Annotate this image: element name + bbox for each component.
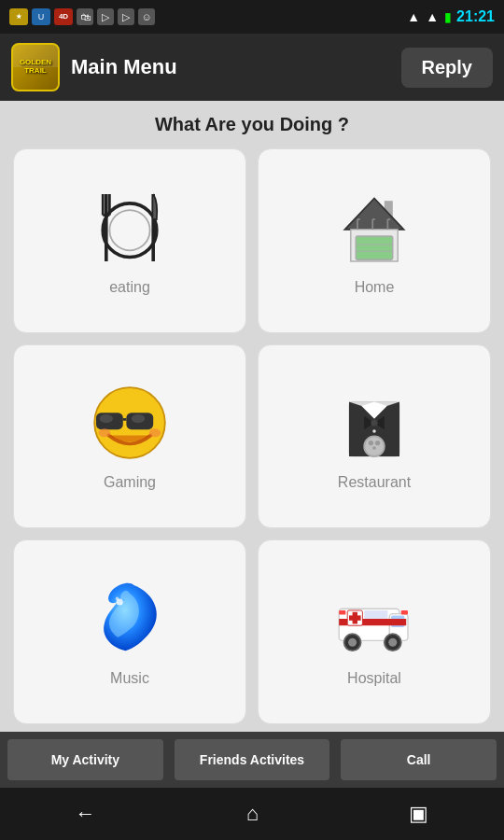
music-icon	[88, 577, 172, 661]
svg-rect-52	[339, 610, 345, 615]
svg-rect-11	[356, 236, 393, 259]
back-button[interactable]: ←	[57, 794, 115, 833]
svg-rect-46	[349, 616, 361, 621]
svg-point-36	[375, 441, 380, 445]
status-app-icon-3: 4D	[54, 8, 73, 25]
activity-card-hospital[interactable]: Hospital	[258, 539, 491, 724]
status-app-icon-5: ▷	[97, 8, 114, 25]
svg-point-32	[372, 430, 376, 434]
app-logo: GOLDENTRAIL	[11, 43, 60, 91]
svg-point-26	[99, 429, 111, 438]
restaurant-label: Restaurant	[338, 474, 411, 491]
question-title: What Are you Doing ?	[13, 114, 491, 135]
home-button[interactable]: ⌂	[228, 794, 277, 833]
reply-button[interactable]: Reply	[401, 48, 493, 88]
call-tab[interactable]: Call	[339, 737, 498, 782]
restaurant-icon	[332, 381, 416, 465]
svg-rect-47	[364, 610, 387, 619]
status-bar-right: ▲ ▲ ▮ 21:21	[407, 8, 495, 25]
status-app-icon-1: ★	[9, 8, 28, 25]
gaming-icon	[88, 381, 172, 465]
svg-point-24	[100, 414, 113, 423]
time-display: 21:21	[456, 8, 495, 25]
recents-button[interactable]: ▣	[390, 794, 447, 833]
eating-icon	[88, 186, 172, 270]
logo-text: GOLDENTRAIL	[20, 59, 51, 76]
svg-marker-9	[345, 198, 404, 229]
activity-card-gaming[interactable]: Gaming	[13, 344, 246, 529]
app-title: Main Menu	[71, 55, 390, 79]
hospital-icon	[332, 577, 416, 661]
activity-card-restaurant[interactable]: Restaurant	[258, 344, 491, 529]
my-activity-tab[interactable]: My Activity	[6, 737, 165, 782]
svg-point-51	[388, 638, 397, 647]
header: GOLDENTRAIL Main Menu Reply	[0, 34, 504, 101]
friends-activities-tab[interactable]: Friends Activites	[173, 737, 332, 782]
status-bar: ★ U 4D 🛍 ▷ ▷ ☺ ▲ ▲ ▮ 21:21	[0, 0, 504, 34]
battery-icon: ▮	[444, 10, 451, 24]
activity-grid: eating	[13, 148, 491, 724]
svg-point-27	[149, 429, 161, 438]
activity-card-eating[interactable]: eating	[13, 148, 246, 333]
svg-point-31	[371, 420, 377, 427]
system-nav-bar: ← ⌂ ▣	[0, 788, 504, 840]
eating-label: eating	[109, 279, 150, 296]
music-label: Music	[110, 670, 149, 687]
main-content: What Are you Doing ? eating	[0, 101, 504, 732]
status-app-icon-2: U	[32, 8, 50, 25]
svg-point-39	[116, 597, 119, 601]
home-label: Home	[355, 279, 395, 296]
svg-point-6	[109, 210, 149, 250]
status-app-icon-7: ☺	[138, 8, 155, 25]
svg-rect-53	[401, 610, 408, 615]
wifi-icon: ▲	[407, 9, 420, 24]
signal-icon: ▲	[426, 9, 439, 24]
svg-point-49	[348, 638, 357, 647]
status-app-icon-6: ▷	[118, 8, 134, 25]
activity-card-home[interactable]: Home	[258, 148, 491, 333]
svg-point-5	[103, 203, 157, 258]
bottom-tabs: My Activity Friends Activites Call	[0, 732, 504, 788]
status-app-icon-4: 🛍	[77, 8, 93, 25]
hospital-label: Hospital	[347, 670, 401, 687]
gaming-label: Gaming	[104, 474, 156, 491]
svg-point-35	[369, 441, 373, 445]
home-icon	[332, 186, 416, 270]
status-bar-icons: ★ U 4D 🛍 ▷ ▷ ☺	[9, 8, 155, 25]
svg-point-37	[372, 447, 376, 451]
svg-point-25	[132, 414, 145, 423]
activity-card-music[interactable]: Music	[13, 539, 246, 724]
